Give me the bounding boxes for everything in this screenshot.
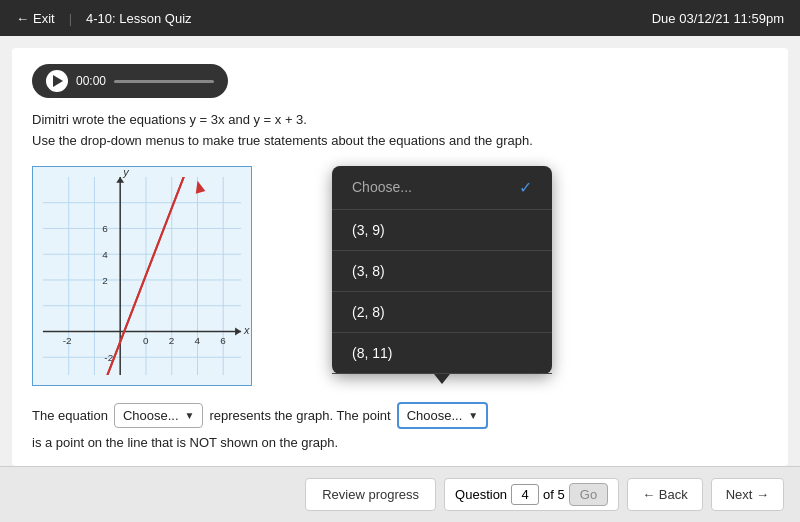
svg-marker-16 [235, 327, 241, 335]
exit-button[interactable]: ← Exit [16, 11, 55, 26]
due-date: Due 03/12/21 11:59pm [652, 11, 784, 26]
select1-arrow-icon: ▼ [185, 410, 195, 421]
dropdown-arrow-icon [434, 374, 450, 384]
footer: Review progress Question of 5 Go ← Back … [0, 466, 800, 522]
svg-text:6: 6 [220, 335, 226, 346]
point-select[interactable]: Choose... ▼ [397, 402, 489, 429]
review-progress-button[interactable]: Review progress [305, 478, 436, 511]
header-left: ← Exit | 4-10: Lesson Quiz [16, 11, 192, 26]
svg-text:0: 0 [143, 335, 149, 346]
dropdown-option-2[interactable]: (3, 8) [332, 251, 552, 292]
svg-text:2: 2 [102, 275, 108, 286]
svg-text:2: 2 [169, 335, 175, 346]
graph-svg: x y -2 0 2 4 6 2 4 6 -2 [33, 167, 251, 385]
exit-label: Exit [33, 11, 55, 26]
svg-text:x: x [243, 324, 250, 336]
svg-rect-30 [43, 177, 241, 375]
dropdown-placeholder-label: Choose... [352, 179, 412, 195]
dropdown-placeholder[interactable]: Choose... ✓ [332, 166, 552, 210]
review-progress-label: Review progress [322, 487, 419, 502]
option-1-label: (3, 9) [352, 222, 385, 238]
header: ← Exit | 4-10: Lesson Quiz Due 03/12/21 … [0, 0, 800, 36]
equation-select-label: Choose... [123, 408, 179, 423]
sentence-text1: The equation [32, 408, 108, 423]
svg-marker-32 [193, 179, 206, 193]
sentence-text2: represents the graph. The point [209, 408, 390, 423]
question-line2: Use the drop-down menus to make true sta… [32, 131, 768, 152]
lesson-title: 4-10: Lesson Quiz [86, 11, 192, 26]
question-nav: Question of 5 Go [444, 478, 619, 511]
dropdown-option-3[interactable]: (2, 8) [332, 292, 552, 333]
svg-text:4: 4 [195, 335, 201, 346]
question-number-input[interactable] [511, 484, 539, 505]
content-area: x y -2 0 2 4 6 2 4 6 -2 [32, 166, 768, 386]
question-line1: Dimitri wrote the equations y = 3x and y… [32, 110, 768, 131]
next-label: Next → [726, 487, 769, 502]
option-3-label: (2, 8) [352, 304, 385, 320]
sentence-row: The equation Choose... ▼ represents the … [32, 402, 768, 450]
play-icon [53, 75, 63, 87]
audio-progress-bar[interactable] [114, 80, 214, 83]
back-button[interactable]: ← Back [627, 478, 703, 511]
svg-text:y: y [122, 167, 129, 178]
point-select-label: Choose... [407, 408, 463, 423]
option-4-label: (8, 11) [352, 345, 392, 361]
sentence-text3: is a point on the line that is NOT shown… [32, 435, 338, 450]
svg-text:-2: -2 [63, 335, 72, 346]
svg-text:4: 4 [102, 249, 108, 260]
question-text: Dimitri wrote the equations y = 3x and y… [32, 110, 768, 152]
main-content: 00:00 Dimitri wrote the equations y = 3x… [12, 48, 788, 466]
back-label: ← Back [642, 487, 688, 502]
go-label: Go [580, 487, 597, 502]
question-label: Question [455, 487, 507, 502]
graph-container: x y -2 0 2 4 6 2 4 6 -2 [32, 166, 252, 386]
next-button[interactable]: Next → [711, 478, 784, 511]
dropdown-menu[interactable]: Choose... ✓ (3, 9) (3, 8) (2, 8) (8, 11) [332, 166, 552, 374]
equation-select[interactable]: Choose... ▼ [114, 403, 204, 428]
exit-arrow-icon: ← [16, 11, 29, 26]
dropdown-option-4[interactable]: (8, 11) [332, 333, 552, 374]
audio-player: 00:00 [32, 64, 228, 98]
svg-text:6: 6 [102, 223, 108, 234]
go-button[interactable]: Go [569, 483, 608, 506]
audio-time: 00:00 [76, 74, 106, 88]
select2-arrow-icon: ▼ [468, 410, 478, 421]
of-label: of 5 [543, 487, 565, 502]
play-button[interactable] [46, 70, 68, 92]
dropdown-option-1[interactable]: (3, 9) [332, 210, 552, 251]
checkmark-icon: ✓ [519, 178, 532, 197]
option-2-label: (3, 8) [352, 263, 385, 279]
